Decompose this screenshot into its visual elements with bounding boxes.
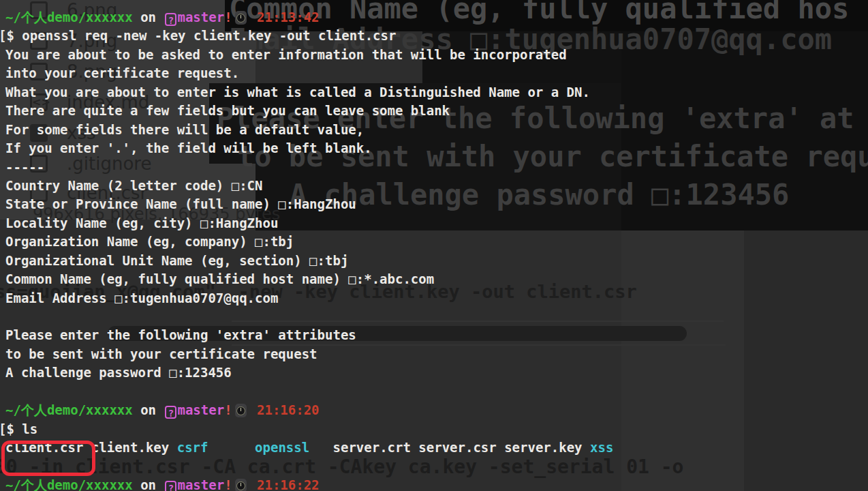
prompt-time: 21:16:20 <box>249 402 320 417</box>
spacer <box>309 440 332 455</box>
git-dirty-flag: ! <box>224 402 232 417</box>
git-dirty-flag: ! <box>224 10 232 25</box>
git-branch-icon: ? <box>165 406 176 419</box>
terminal-line: What you are about to enter is what is c… <box>5 83 868 102</box>
directory-name: openssl <box>255 440 309 455</box>
prompt-separator: on <box>133 477 164 491</box>
terminal-line: There are quite a few fields but you can… <box>5 102 868 120</box>
terminal-line: You are about to be asked to enter infor… <box>5 46 868 64</box>
git-branch-icon: ? <box>165 13 176 26</box>
git-branch-name: master <box>177 402 224 417</box>
terminal-line: A challenge password □:123456 <box>5 363 868 382</box>
directory-name: xss <box>590 440 613 455</box>
file-name: server.crt server.csr server.key <box>333 440 591 455</box>
git-branch-name: master <box>177 477 224 491</box>
terminal-line: If you enter '.', the field will be left… <box>5 139 868 158</box>
git-branch-name: master <box>177 10 224 25</box>
highlight-box <box>1 441 95 476</box>
git-dirty-flag: ! <box>224 477 232 491</box>
prompt-path: ~/个人demo/xxxxxx <box>5 402 133 417</box>
spacer <box>169 440 176 455</box>
watch-icon <box>235 11 247 25</box>
git-branch-icon: ? <box>165 481 176 491</box>
terminal-line: ~/个人demo/xxxxxx on ?master! 21:13:42 <box>5 8 868 27</box>
terminal-line: ~/个人demo/xxxxxx on ?master! 21:16:20 <box>5 401 868 419</box>
watch-icon <box>235 479 247 491</box>
file-name: client.key <box>91 440 169 455</box>
terminal-line <box>5 308 868 326</box>
terminal-line: [$ openssl req -new -key client.key -out… <box>0 27 868 45</box>
terminal-line <box>5 458 868 476</box>
terminal-line: Organizational Unit Name (eg, section) □… <box>5 252 868 270</box>
directory-name: csrf <box>177 440 208 455</box>
terminal-line: [$ ls <box>0 420 868 438</box>
prompt-time: 21:16:22 <box>249 477 320 491</box>
terminal-line: client.csr client.key csrf openssl serve… <box>5 438 868 457</box>
terminal-line: ~/个人demo/xxxxxx on ?master! 21:16:22 <box>5 476 868 491</box>
spacer <box>208 440 255 455</box>
terminal-line: State or Province Name (full name) □:Han… <box>5 195 868 213</box>
terminal-line: Email Address □:tugenhua0707@qq.com <box>5 289 868 308</box>
prompt-path: ~/个人demo/xxxxxx <box>5 10 133 25</box>
prompt-separator: on <box>133 10 164 25</box>
prompt-path: ~/个人demo/xxxxxx <box>5 477 133 491</box>
prompt-separator: on <box>133 402 164 417</box>
terminal-line: Organization Name (eg, company) □:tbj <box>5 233 868 251</box>
terminal-line: Please enter the following 'extra' attri… <box>5 326 868 344</box>
terminal-line: Country Name (2 letter code) □:CN <box>5 177 868 195</box>
terminal-line: For some fields there will be a default … <box>5 121 868 139</box>
terminal-line: Locality Name (eg, city) □:HangZhou <box>5 214 868 233</box>
watch-icon <box>235 404 247 417</box>
terminal-screen[interactable]: ~/个人demo/xxxxxx on ?master! 21:13:42[$ o… <box>5 8 868 491</box>
terminal-line <box>5 383 868 401</box>
terminal-line: into your certificate request. <box>5 64 868 83</box>
terminal-line: ----- <box>5 158 868 177</box>
terminal-line: to be sent with your certificate request <box>5 345 868 363</box>
terminal-line: Common Name (eg, fully qualified host na… <box>5 270 868 288</box>
desktop: 6.png7.png8.png<>index.mdxss.gitignorecl… <box>0 0 868 491</box>
prompt-time: 21:13:42 <box>249 10 320 25</box>
